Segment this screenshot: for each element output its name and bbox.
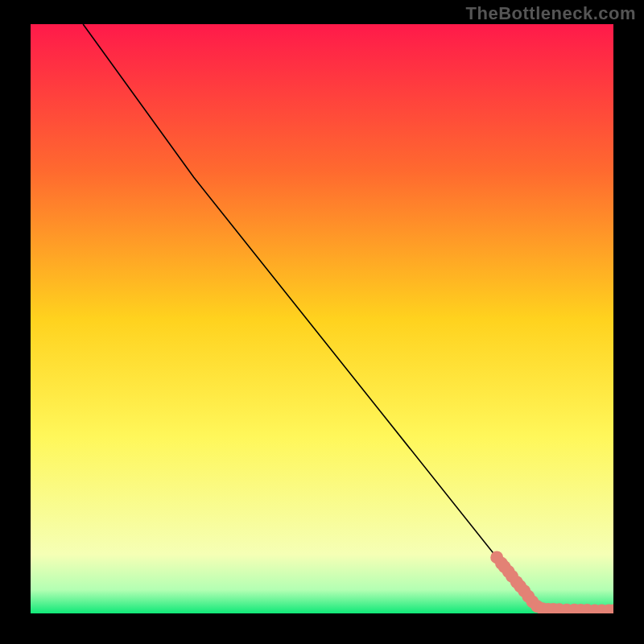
chart-svg xyxy=(31,24,613,613)
chart-container: TheBottleneck.com xyxy=(0,0,644,644)
watermark-label: TheBottleneck.com xyxy=(466,3,636,24)
gradient-background xyxy=(31,24,613,613)
plot-area xyxy=(31,24,613,613)
